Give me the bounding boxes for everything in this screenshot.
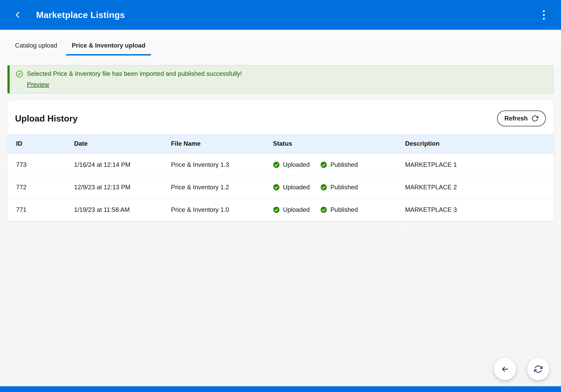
status-label: Published [330, 184, 358, 191]
overflow-menu-button[interactable] [541, 9, 546, 21]
kebab-menu-icon [543, 10, 545, 12]
tab-bar: Catalog upload Price & Inventory upload [0, 38, 561, 55]
refresh-button[interactable]: Refresh [497, 110, 546, 126]
refresh-button-label: Refresh [504, 115, 528, 122]
cell-date: 1/16/24 at 12:14 PM [65, 153, 162, 176]
tab-price-inventory-upload[interactable]: Price & Inventory upload [66, 38, 151, 55]
status-check-icon [320, 207, 327, 213]
cell-description: MARKETPLACE 1 [396, 153, 554, 176]
upload-history-table: ID Date File Name Status Description 773… [7, 134, 554, 221]
table-header-row: ID Date File Name Status Description [7, 134, 554, 153]
status-check-icon [273, 207, 280, 213]
back-chevron-icon [13, 11, 22, 19]
app-root: Marketplace Listings Catalog upload Pric… [0, 0, 561, 392]
status-badge: Uploaded [273, 184, 310, 191]
cell-status: Uploaded Published [264, 176, 396, 198]
success-banner: Selected Price & Inventory file has been… [7, 65, 554, 94]
back-button[interactable] [13, 11, 22, 19]
status-badge: Uploaded [273, 206, 310, 213]
col-header-file-name: File Name [162, 134, 264, 153]
status-badge: Published [320, 184, 358, 191]
page-title: Marketplace Listings [36, 10, 125, 20]
cell-file-name: Price & Inventory 1.0 [162, 198, 264, 221]
card-header: Upload History Refresh [7, 100, 554, 134]
cell-file-name: Price & Inventory 1.3 [162, 153, 264, 176]
status-label: Published [330, 206, 358, 213]
tab-catalog-upload[interactable]: Catalog upload [10, 38, 63, 55]
preview-link[interactable]: Preview [27, 81, 49, 88]
refresh-circular-icon [534, 365, 543, 374]
cell-description: MARKETPLACE 2 [396, 176, 554, 198]
status-check-icon [320, 161, 327, 168]
kebab-menu-icon [543, 14, 545, 16]
fab-back-button[interactable] [494, 358, 516, 380]
kebab-menu-icon [543, 18, 545, 20]
status-check-icon [273, 184, 280, 191]
table-row: 773 1/16/24 at 12:14 PM Price & Inventor… [7, 153, 554, 176]
col-header-date: Date [65, 134, 162, 153]
status-label: Uploaded [283, 161, 310, 168]
status-check-icon [273, 161, 280, 168]
bottom-nav-bar [0, 386, 561, 392]
cell-status: Uploaded Published [264, 153, 396, 176]
fab-refresh-button[interactable] [527, 358, 549, 380]
cell-description: MARKETPLACE 3 [396, 198, 554, 221]
cell-id: 773 [7, 153, 65, 176]
col-header-id: ID [7, 134, 65, 153]
success-check-circle-icon [16, 70, 23, 78]
status-label: Published [330, 161, 358, 168]
cell-date: 12/9/23 at 12:13 PM [65, 176, 162, 198]
cell-date: 1/19/23 at 11:58 AM [65, 198, 162, 221]
status-badge: Published [320, 161, 358, 168]
status-label: Uploaded [283, 184, 310, 191]
card-title: Upload History [15, 113, 78, 123]
col-header-description: Description [396, 134, 554, 153]
cell-id: 772 [7, 176, 65, 198]
status-badge: Published [320, 206, 358, 213]
upload-history-card: Upload History Refresh ID Date [7, 100, 554, 221]
refresh-icon [531, 115, 539, 122]
table-row: 772 12/9/23 at 12:13 PM Price & Inventor… [7, 176, 554, 198]
status-badge: Uploaded [273, 161, 310, 168]
col-header-status: Status [264, 134, 396, 153]
status-label: Uploaded [283, 206, 310, 213]
table-row: 771 1/19/23 at 11:58 AM Price & Inventor… [7, 198, 554, 221]
cell-id: 771 [7, 198, 65, 221]
status-check-icon [320, 184, 327, 191]
cell-file-name: Price & Inventory 1.2 [162, 176, 264, 198]
app-header: Marketplace Listings [0, 0, 561, 30]
back-arrow-icon [500, 365, 510, 374]
banner-body: Selected Price & Inventory file has been… [27, 70, 242, 88]
cell-status: Uploaded Published [264, 198, 396, 221]
banner-message: Selected Price & Inventory file has been… [27, 70, 242, 78]
